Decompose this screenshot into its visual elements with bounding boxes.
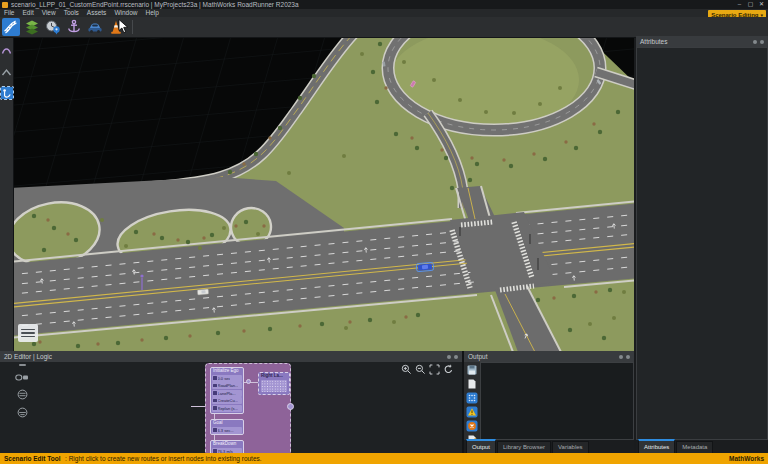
left-tool-sidebar	[0, 38, 14, 351]
vehicle-assets-button[interactable]	[86, 18, 104, 36]
clear-output-icon[interactable]	[466, 378, 478, 390]
panel-menu-icon[interactable]	[753, 40, 757, 44]
select-messages-icon[interactable]	[466, 392, 478, 404]
menu-item-view[interactable]: View	[38, 9, 60, 17]
dotted-fill	[261, 380, 287, 392]
panel-close-icon[interactable]	[454, 355, 458, 359]
panel-menu-icon[interactable]	[619, 355, 623, 359]
input-wire	[191, 406, 206, 407]
action-row[interactable]: LanePla...	[212, 390, 242, 397]
logic-canvas[interactable]: Initialize Ego 0.0 sec RoadPlan... LaneP…	[0, 362, 462, 453]
output-tab-bar: Output Library Browser Variables	[464, 440, 634, 453]
editor2d-header: 2D Editor | Logic	[0, 351, 462, 362]
action-icon	[213, 406, 217, 410]
logic-node-breakdown[interactable]: BreakDown 76.3 m/s	[210, 440, 244, 453]
title-bar: scenario_LLPP_01_CustomEndPoint.rrscenar…	[0, 0, 768, 9]
output-header: Output	[464, 351, 634, 362]
maximize-button[interactable]: ▢	[745, 0, 756, 9]
route-anchor-icon	[1, 88, 12, 99]
menu-bar: File Edit View Tools Assets Window Help	[0, 9, 768, 17]
menu-item-tools[interactable]: Tools	[60, 9, 83, 17]
logic-phase-container[interactable]: Initialize Ego 0.0 sec RoadPlan... LaneP…	[205, 363, 291, 453]
logic-node-initialize-ego[interactable]: Initialize Ego 0.0 sec RoadPlan... LaneP…	[210, 367, 244, 414]
action-icon	[213, 384, 217, 388]
collapse-handle-icon[interactable]	[19, 364, 26, 366]
corner-tool-button[interactable]	[1, 66, 13, 78]
status-bar: Scenario Edit Tool : Right click to crea…	[0, 453, 768, 464]
panel-close-icon[interactable]	[760, 40, 764, 44]
arc-icon	[1, 45, 12, 56]
canvas-zoom-controls	[401, 364, 454, 375]
layers-icon	[24, 19, 40, 35]
status-tool-label: Scenario Edit Tool	[4, 455, 61, 462]
output-console[interactable]	[480, 362, 634, 440]
anchor-icon	[66, 19, 82, 35]
menu-item-assets[interactable]: Assets	[83, 9, 111, 17]
menu-item-help[interactable]: Help	[142, 9, 163, 17]
output-title: Output	[468, 353, 488, 360]
output-toolbar	[464, 362, 480, 440]
wire-connector[interactable]	[246, 379, 251, 384]
link-nodes-icon[interactable]	[15, 373, 29, 382]
car-icon	[87, 19, 103, 35]
mouse-cursor	[118, 19, 130, 35]
action-row[interactable]: 6.3 sec...	[212, 427, 242, 434]
output-panel: Output	[464, 351, 634, 453]
zoom-out-icon[interactable]	[415, 364, 426, 375]
zoom-in-icon[interactable]	[401, 364, 412, 375]
main-toolbar	[0, 17, 768, 38]
view-layout-icon[interactable]	[18, 324, 38, 342]
panel-close-icon[interactable]	[626, 355, 630, 359]
attributes-content	[636, 47, 768, 440]
tab-attributes[interactable]: Attributes	[638, 439, 675, 453]
zoom-fit-icon[interactable]	[429, 364, 440, 375]
attributes-panel: Attributes Attributes Metadata	[636, 36, 768, 453]
tab-output[interactable]: Output	[466, 439, 496, 453]
app-icon	[2, 2, 8, 8]
minimize-button[interactable]: –	[734, 0, 745, 9]
white-vehicle[interactable]	[197, 289, 208, 295]
menu-item-window[interactable]: Window	[110, 9, 141, 17]
camera-track-icon[interactable]	[17, 389, 28, 400]
action-row[interactable]: CreateCu...	[212, 397, 242, 404]
action-icon	[213, 399, 217, 403]
editor2d-panel: 2D Editor | Logic	[0, 351, 462, 453]
chevron-up-icon	[1, 67, 12, 78]
action-row[interactable]: Replan (s...	[212, 405, 242, 412]
action-row[interactable]: RoadPlan...	[212, 382, 242, 389]
tab-variables[interactable]: Variables	[552, 441, 589, 453]
clock-icon	[213, 428, 217, 432]
roadrunner-window: scenario_LLPP_01_CustomEndPoint.rrscenar…	[0, 0, 768, 464]
logic-node-goal[interactable]: Goal 6.3 sec...	[210, 419, 244, 435]
output-connector[interactable]	[287, 403, 294, 410]
editor2d-title: 2D Editor | Logic	[4, 353, 52, 360]
reset-view-icon[interactable]	[443, 364, 454, 375]
curve-tool-button[interactable]	[1, 44, 13, 56]
scene-viewport[interactable]	[14, 38, 634, 351]
world-settings-button[interactable]	[44, 18, 62, 36]
errors-filter-icon[interactable]	[466, 420, 478, 432]
tab-library-browser[interactable]: Library Browser	[497, 441, 551, 453]
logic-toolbar	[14, 364, 30, 418]
action-icon	[213, 391, 217, 395]
logic-node-right-lane[interactable]: Right La...	[258, 372, 290, 395]
warnings-filter-icon[interactable]	[466, 406, 478, 418]
menu-item-edit[interactable]: Edit	[18, 9, 37, 17]
signal-tool-button[interactable]	[1, 87, 13, 99]
attributes-panel-title: Attributes	[640, 38, 667, 45]
tab-metadata[interactable]: Metadata	[676, 441, 713, 453]
scenario-edit-tool-button[interactable]	[2, 18, 20, 36]
asset-browser-button[interactable]	[23, 18, 41, 36]
close-button[interactable]: ✕	[756, 0, 767, 9]
action-row[interactable]: 0.0 sec	[212, 375, 242, 382]
attributes-panel-header: Attributes	[636, 36, 768, 47]
anchor-tool-button[interactable]	[65, 18, 83, 36]
panel-menu-icon[interactable]	[447, 355, 451, 359]
menu-item-file[interactable]: File	[0, 9, 18, 17]
mathworks-logo: MathWorks	[729, 455, 764, 462]
toolbar-separator	[132, 20, 133, 34]
camera-orbit-icon[interactable]	[17, 407, 28, 418]
clock-icon	[213, 376, 217, 380]
attributes-tab-bar: Attributes Metadata	[636, 440, 768, 453]
save-log-icon[interactable]	[466, 364, 478, 376]
